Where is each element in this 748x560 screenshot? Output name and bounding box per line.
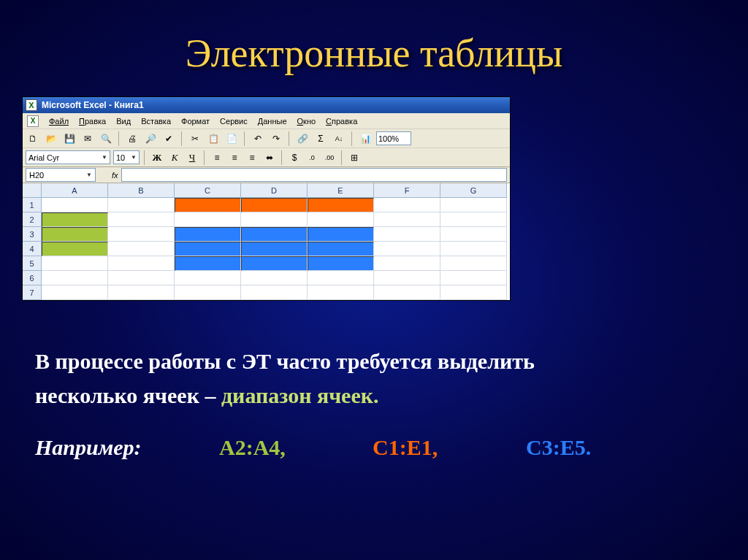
cell[interactable] (175, 212, 241, 227)
menu-view[interactable]: Вид (116, 117, 131, 126)
row-header[interactable]: 2 (23, 212, 42, 227)
cell[interactable] (108, 198, 175, 212)
row-header[interactable]: 3 (23, 227, 42, 242)
cell[interactable] (440, 242, 507, 256)
cell[interactable] (175, 271, 241, 285)
copy-icon[interactable]: 📋 (206, 131, 221, 146)
menu-insert[interactable]: Вставка (141, 117, 171, 126)
cell[interactable] (308, 212, 374, 227)
undo-icon[interactable]: ↶ (251, 131, 265, 146)
cell[interactable] (308, 198, 374, 212)
formula-bar[interactable] (121, 168, 507, 182)
redo-icon[interactable]: ↷ (269, 131, 283, 146)
cell[interactable] (42, 212, 108, 227)
autosum-icon[interactable]: Σ (313, 131, 328, 146)
cell[interactable] (440, 256, 507, 271)
cell[interactable] (175, 198, 241, 212)
menu-data[interactable]: Данные (258, 117, 287, 126)
row-header[interactable]: 4 (23, 242, 42, 256)
name-box[interactable]: H20 ▼ (26, 168, 96, 182)
merge-icon[interactable]: ⬌ (262, 150, 277, 165)
row-header[interactable]: 7 (23, 285, 42, 300)
column-header[interactable]: C (175, 183, 241, 198)
cell[interactable] (175, 242, 241, 256)
cell[interactable] (374, 212, 440, 227)
align-center-icon[interactable]: ≡ (227, 150, 242, 165)
cell[interactable] (175, 256, 241, 271)
sort-asc-icon[interactable]: A↓ (332, 131, 346, 146)
font-name-combo[interactable]: Arial Cyr ▼ (26, 150, 110, 164)
cell[interactable] (308, 271, 374, 285)
cut-icon[interactable]: ✂ (188, 131, 202, 146)
cell[interactable] (308, 227, 374, 242)
spreadsheet-grid[interactable]: ABCDEFG1234567 (23, 183, 510, 300)
cell[interactable] (241, 212, 308, 227)
cell[interactable] (108, 285, 175, 300)
cell[interactable] (440, 198, 507, 212)
search-icon[interactable]: 🔍 (99, 131, 113, 146)
cell[interactable] (241, 256, 308, 271)
cell[interactable] (42, 198, 108, 212)
cell[interactable] (108, 256, 175, 271)
preview-icon[interactable]: 🔎 (143, 131, 158, 146)
decrease-decimal-icon[interactable]: .00 (322, 150, 337, 165)
align-right-icon[interactable]: ≡ (245, 150, 259, 165)
mail-icon[interactable]: ✉ (80, 131, 95, 146)
cell[interactable] (308, 242, 374, 256)
chart-icon[interactable]: 📊 (358, 131, 373, 146)
cell[interactable] (440, 212, 507, 227)
cell[interactable] (42, 242, 108, 256)
cell[interactable] (374, 242, 440, 256)
menu-format[interactable]: Формат (181, 117, 210, 126)
cell[interactable] (108, 212, 175, 227)
new-icon[interactable]: 🗋 (26, 131, 40, 146)
print-icon[interactable]: 🖨 (125, 131, 140, 146)
cell[interactable] (241, 242, 308, 256)
cell[interactable] (440, 285, 507, 300)
column-header[interactable]: A (42, 183, 108, 198)
cell[interactable] (42, 227, 108, 242)
underline-button[interactable]: Ч (185, 150, 199, 165)
cell[interactable] (440, 227, 507, 242)
cell[interactable] (108, 227, 175, 242)
select-all-corner[interactable] (23, 183, 42, 198)
cell[interactable] (108, 271, 175, 285)
menu-window[interactable]: Окно (297, 117, 316, 126)
font-size-combo[interactable]: 10 ▼ (113, 150, 140, 164)
cell[interactable] (42, 285, 108, 300)
cell[interactable] (308, 256, 374, 271)
cell[interactable] (308, 285, 374, 300)
column-header[interactable]: F (374, 183, 440, 198)
cell[interactable] (42, 256, 108, 271)
save-icon[interactable]: 💾 (62, 131, 77, 146)
row-header[interactable]: 5 (23, 256, 42, 271)
paste-icon[interactable]: 📄 (224, 131, 239, 146)
cell[interactable] (374, 271, 440, 285)
cell[interactable] (374, 227, 440, 242)
cell[interactable] (42, 271, 108, 285)
menu-file[interactable]: Файл (49, 117, 69, 126)
cell[interactable] (374, 285, 440, 300)
cell[interactable] (175, 285, 241, 300)
bold-button[interactable]: Ж (150, 150, 164, 165)
column-header[interactable]: B (108, 183, 175, 198)
column-header[interactable]: G (440, 183, 507, 198)
cell[interactable] (241, 227, 308, 242)
cell[interactable] (241, 198, 308, 212)
column-header[interactable]: E (308, 183, 374, 198)
align-left-icon[interactable]: ≡ (210, 150, 224, 165)
fx-label[interactable]: fx (112, 171, 118, 180)
cell[interactable] (374, 198, 440, 212)
spellcheck-icon[interactable]: ✔ (161, 131, 176, 146)
column-header[interactable]: D (241, 183, 308, 198)
open-icon[interactable]: 📂 (44, 131, 58, 146)
italic-button[interactable]: К (167, 150, 182, 165)
menu-tools[interactable]: Сервис (220, 117, 248, 126)
cell[interactable] (440, 271, 507, 285)
cell[interactable] (108, 242, 175, 256)
increase-decimal-icon[interactable]: .0 (305, 150, 319, 165)
zoom-combo[interactable]: 100% (376, 131, 411, 145)
row-header[interactable]: 1 (23, 198, 42, 212)
cell[interactable] (241, 271, 308, 285)
borders-icon[interactable]: ⊞ (347, 150, 362, 165)
